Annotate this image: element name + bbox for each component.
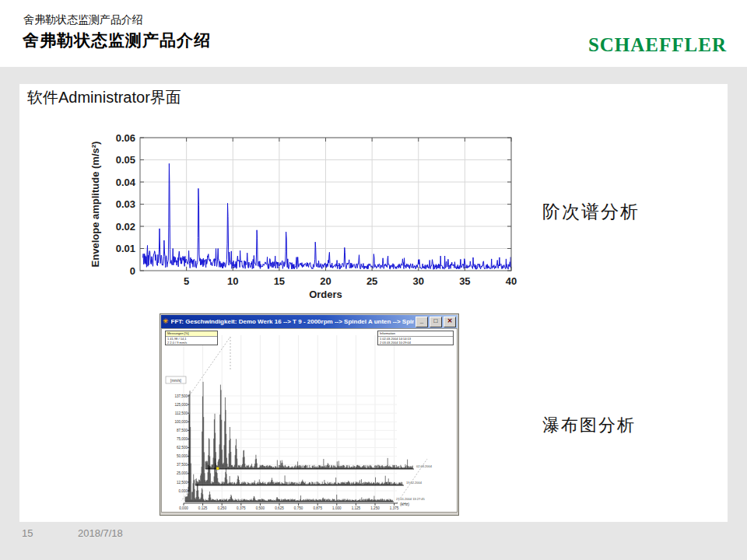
svg-text:0.05: 0.05 [116, 154, 135, 166]
maximize-button[interactable]: □ [430, 317, 442, 327]
fft-window-title: FFT: Geschwindigkeit: Demo Werk 16 --> T… [171, 318, 414, 325]
svg-text:25,000: 25,000 [177, 471, 188, 475]
information-box: Information 1 02.03.2004 14:14:13 2 03.0… [377, 331, 454, 345]
svg-text:1,250: 1,250 [370, 506, 380, 510]
svg-text:125,000: 125,000 [174, 403, 188, 407]
svg-text:37,500: 37,500 [177, 463, 188, 467]
schaeffler-logo: SCHAEFFLER [588, 34, 727, 56]
svg-text:27.01.2004 13:27:45: 27.01.2004 13:27:45 [396, 497, 425, 501]
svg-text:100,000: 100,000 [174, 420, 188, 424]
fft-window-body: 0,0000,1250,2500,3750,5000,6250,7500,875… [161, 328, 458, 513]
measurement-legend-header: Messungen [%] [166, 331, 217, 337]
waterfall-label: 瀑布图分析 [542, 414, 636, 437]
information-box-header: Information [378, 331, 453, 337]
svg-text:0,125: 0,125 [198, 506, 208, 510]
svg-text:40: 40 [506, 275, 517, 287]
svg-text:5: 5 [184, 275, 189, 287]
svg-text:0: 0 [130, 265, 135, 277]
fft-window: ✳ FFT: Geschwindigkeit: Demo Werk 16 -->… [160, 313, 459, 516]
svg-text:0.01: 0.01 [116, 243, 135, 254]
svg-text:0,375: 0,375 [237, 506, 246, 510]
svg-text:62,500: 62,500 [177, 446, 188, 450]
svg-text:Orders: Orders [309, 289, 342, 300]
svg-text:02.03.2004: 02.03.2004 [416, 464, 433, 468]
svg-text:10: 10 [227, 275, 238, 287]
svg-text:15: 15 [274, 275, 285, 287]
close-button[interactable]: ✕ [444, 317, 456, 327]
header-title: 舍弗勒状态监测产品介绍 [23, 30, 211, 51]
svg-text:137,500: 137,500 [174, 394, 188, 398]
svg-text:[mm/s]: [mm/s] [170, 379, 181, 383]
svg-text:0,500: 0,500 [256, 506, 265, 510]
section-title: 软件Administrator界面 [27, 87, 181, 108]
svg-text:0,875: 0,875 [313, 506, 322, 510]
slide-date: 2018/7/18 [78, 527, 123, 539]
svg-text:Envelope amplitude (m/s²): Envelope amplitude (m/s²) [89, 142, 101, 268]
svg-text:1,000: 1,000 [332, 506, 342, 510]
svg-text:0.06: 0.06 [116, 132, 135, 144]
svg-text:0,625: 0,625 [275, 506, 284, 510]
svg-text:0,000: 0,000 [179, 489, 188, 493]
fft-window-titlebar[interactable]: ✳ FFT: Geschwindigkeit: Demo Werk 16 -->… [161, 315, 458, 328]
cursor-marker [216, 467, 219, 471]
page-number: 15 [22, 527, 33, 539]
svg-text:112,500: 112,500 [175, 411, 188, 415]
information-box-row: 2 03.03.2004 10:29:04 [378, 341, 453, 345]
svg-text:19.02.2004: 19.02.2004 [406, 481, 423, 485]
svg-text:50,000: 50,000 [177, 454, 188, 458]
svg-text:12,500: 12,500 [177, 481, 188, 485]
svg-text:0.02: 0.02 [116, 221, 135, 233]
svg-text:30: 30 [413, 275, 424, 287]
measurement-legend-box: Messungen [%] 1 41,98 / 14,1 2 2,0 / 9 m… [165, 331, 218, 345]
envelope-order-spectrum-chart: 51015202530354000.010.020.030.040.050.06… [78, 117, 529, 303]
svg-text:1,125: 1,125 [352, 506, 361, 510]
svg-text:20: 20 [320, 275, 331, 287]
waterfall-fft-chart: 0,0000,1250,2500,3750,5000,6250,7500,875… [162, 329, 457, 512]
svg-text:87,500: 87,500 [177, 429, 188, 432]
minimize-button[interactable]: _ [416, 317, 428, 327]
order-spectrum-label: 阶次谱分析 [542, 200, 640, 224]
header-kicker: 舍弗勒状态监测产品介绍 [23, 13, 143, 27]
svg-text:75,000: 75,000 [177, 437, 188, 441]
svg-text:35: 35 [459, 275, 470, 287]
svg-text:0,250: 0,250 [217, 506, 226, 510]
measurement-legend-row: 2 2,0 / 9 mm/s [166, 341, 217, 345]
svg-text:0,000: 0,000 [179, 506, 188, 510]
svg-text:1,375: 1,375 [390, 506, 399, 510]
svg-text:0,750: 0,750 [294, 506, 303, 510]
svg-text:(kHz): (kHz) [400, 502, 409, 506]
slide-header: 舍弗勒状态监测产品介绍 舍弗勒状态监测产品介绍 SCHAEFFLER [0, 0, 747, 67]
svg-text:25: 25 [366, 275, 377, 287]
svg-text:0.03: 0.03 [116, 198, 135, 210]
slide: 舍弗勒状态监测产品介绍 舍弗勒状态监测产品介绍 SCHAEFFLER 软件Adm… [0, 0, 747, 560]
window-spark-icon: ✳ [163, 318, 169, 325]
svg-text:0.04: 0.04 [116, 177, 136, 188]
